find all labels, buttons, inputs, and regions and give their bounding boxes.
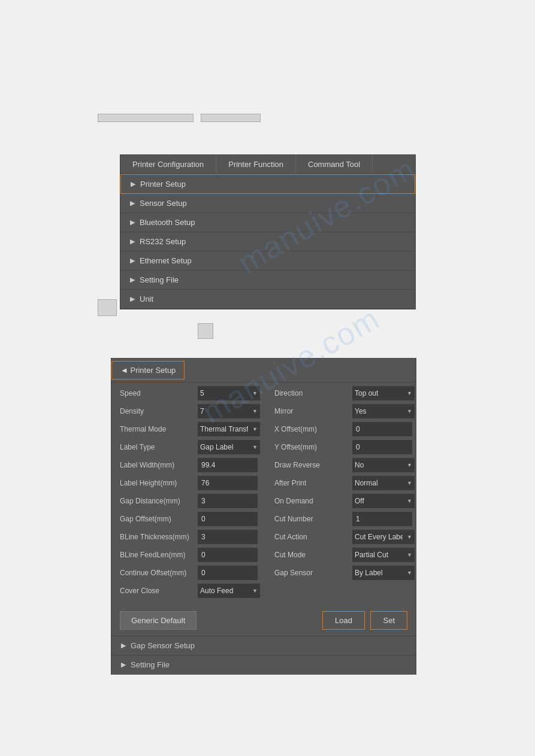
- menu-printer-setup[interactable]: ▶ Printer Setup: [120, 174, 415, 194]
- continue-offset-input[interactable]: [198, 566, 258, 580]
- speed-select[interactable]: 5: [198, 386, 260, 400]
- speed-select-wrapper: 5: [198, 386, 260, 400]
- label-width-input[interactable]: [198, 458, 258, 472]
- label-height-input[interactable]: [198, 476, 258, 490]
- small-box-2[interactable]: [198, 323, 213, 339]
- label-bline-feedlen: BLine FeedLen(mm): [120, 551, 198, 559]
- field-cut-action: Cut Action Cut Every Labe: [274, 530, 415, 544]
- gap-offset-input[interactable]: [198, 512, 258, 526]
- label-gap-sensor: Gap Sensor: [274, 569, 352, 577]
- label-continue-offset: Continue Offset(mm): [120, 569, 198, 577]
- menu-item-label: Sensor Setup: [140, 199, 187, 208]
- label-draw-reverse: Draw Reverse: [274, 461, 352, 469]
- arrow-icon: ▶: [121, 661, 126, 669]
- label-cut-action: Cut Action: [274, 533, 352, 541]
- bline-feedlen-input[interactable]: [198, 548, 258, 562]
- gap-distance-input[interactable]: [198, 494, 258, 508]
- setup-panel: ◄ Printer Setup Speed 5 Density 7: [111, 358, 416, 675]
- cut-action-select[interactable]: Cut Every Labe: [352, 530, 415, 544]
- menu-rs232-setup[interactable]: ▶ RS232 Setup: [120, 232, 415, 251]
- label-type-select[interactable]: Gap Label: [198, 440, 260, 454]
- on-demand-select[interactable]: Off: [352, 494, 415, 508]
- tab-command-tool[interactable]: Command Tool: [296, 155, 373, 174]
- arrow-icon: ▶: [130, 199, 135, 207]
- field-speed: Speed 5: [120, 386, 260, 400]
- load-button[interactable]: Load: [322, 611, 365, 630]
- label-type-select-wrapper: Gap Label: [198, 440, 260, 454]
- label-bline-thickness: BLine Thickness(mm): [120, 533, 198, 541]
- label-mirror: Mirror: [274, 407, 352, 415]
- arrow-icon: ▶: [130, 276, 135, 284]
- field-label-height: Label Height(mm): [120, 476, 260, 490]
- cut-number-input[interactable]: [352, 512, 412, 526]
- cut-mode-select[interactable]: Partial Cut: [352, 548, 415, 562]
- density-select[interactable]: 7: [198, 404, 260, 418]
- top-button-1[interactable]: [98, 114, 194, 122]
- arrow-icon: ▶: [131, 180, 135, 188]
- field-bline-thickness: BLine Thickness(mm): [120, 530, 260, 544]
- field-continue-offset: Continue Offset(mm): [120, 566, 260, 580]
- thermal-mode-select-wrapper: Thermal Transfe: [198, 422, 260, 436]
- sub-gap-sensor-setup[interactable]: ▶ Gap Sensor Setup: [111, 636, 416, 655]
- label-thermal-mode: Thermal Mode: [120, 425, 198, 433]
- cover-close-select[interactable]: Auto Feed: [198, 584, 260, 598]
- menu-sensor-setup[interactable]: ▶ Sensor Setup: [120, 194, 415, 213]
- field-cover-close: Cover Close Auto Feed: [120, 584, 260, 598]
- menu-item-label: Bluetooth Setup: [140, 218, 195, 227]
- menu-item-label: Ethernet Setup: [140, 256, 192, 265]
- thermal-mode-select[interactable]: Thermal Transfe: [198, 422, 260, 436]
- nav-tabs: Printer Configuration Printer Function C…: [120, 155, 415, 174]
- label-cut-number: Cut Number: [274, 515, 352, 523]
- set-button[interactable]: Set: [370, 611, 407, 630]
- setup-grid: Speed 5 Density 7 Thermal Mode: [111, 382, 416, 605]
- draw-reverse-select[interactable]: No: [352, 458, 415, 472]
- field-draw-reverse: Draw Reverse No: [274, 458, 415, 472]
- arrow-icon: ▶: [130, 295, 135, 303]
- nav-panel: Printer Configuration Printer Function C…: [120, 154, 416, 309]
- menu-ethernet-setup[interactable]: ▶ Ethernet Setup: [120, 251, 415, 271]
- after-print-select-wrapper: Normal: [352, 476, 415, 490]
- label-on-demand: On Demand: [274, 497, 352, 505]
- setup-left-col: Speed 5 Density 7 Thermal Mode: [111, 382, 266, 605]
- field-after-print: After Print Normal: [274, 476, 415, 490]
- tab-printer-configuration[interactable]: Printer Configuration: [120, 155, 216, 174]
- small-box-1[interactable]: [98, 299, 117, 316]
- direction-select-wrapper: Top out: [352, 386, 415, 400]
- gap-sensor-select[interactable]: By Label: [352, 566, 415, 580]
- direction-select[interactable]: Top out: [352, 386, 415, 400]
- sub-section-label: Gap Sensor Setup: [131, 641, 195, 650]
- field-gap-offset: Gap Offset(mm): [120, 512, 260, 526]
- arrow-icon: ▶: [130, 257, 135, 265]
- tab-printer-function[interactable]: Printer Function: [216, 155, 296, 174]
- label-x-offset: X Offset(mm): [274, 425, 352, 433]
- menu-setting-file[interactable]: ▶ Setting File: [120, 271, 415, 290]
- after-print-select[interactable]: Normal: [352, 476, 415, 490]
- menu-unit[interactable]: ▶ Unit: [120, 290, 415, 309]
- field-gap-sensor: Gap Sensor By Label: [274, 566, 415, 580]
- label-y-offset: Y Offset(mm): [274, 443, 352, 451]
- field-thermal-mode: Thermal Mode Thermal Transfe: [120, 422, 260, 436]
- arrow-icon: ▶: [121, 642, 126, 649]
- field-bline-feedlen: BLine FeedLen(mm): [120, 548, 260, 562]
- field-mirror: Mirror Yes: [274, 404, 415, 418]
- label-label-width: Label Width(mm): [120, 461, 198, 469]
- label-label-type: Label Type: [120, 443, 198, 451]
- menu-bluetooth-setup[interactable]: ▶ Bluetooth Setup: [120, 213, 415, 232]
- x-offset-input[interactable]: [352, 422, 412, 436]
- top-button-2[interactable]: [201, 114, 261, 122]
- small-button-area: [98, 299, 117, 316]
- y-offset-input[interactable]: [352, 440, 412, 454]
- generic-default-button[interactable]: Generic Default: [120, 611, 197, 630]
- bline-thickness-input[interactable]: [198, 530, 258, 544]
- sub-setting-file[interactable]: ▶ Setting File: [111, 655, 416, 674]
- setup-right-col: Direction Top out Mirror Yes X Offset(mm…: [266, 382, 421, 605]
- draw-reverse-select-wrapper: No: [352, 458, 415, 472]
- mirror-select[interactable]: Yes: [352, 404, 415, 418]
- setup-panel-title: ◄ Printer Setup: [111, 361, 185, 379]
- setup-footer: Generic Default Load Set: [111, 605, 416, 636]
- sub-section-label: Setting File: [131, 660, 170, 669]
- field-density: Density 7: [120, 404, 260, 418]
- field-cut-number: Cut Number: [274, 512, 415, 526]
- menu-item-label: Setting File: [140, 275, 179, 284]
- arrow-icon: ▶: [130, 238, 135, 245]
